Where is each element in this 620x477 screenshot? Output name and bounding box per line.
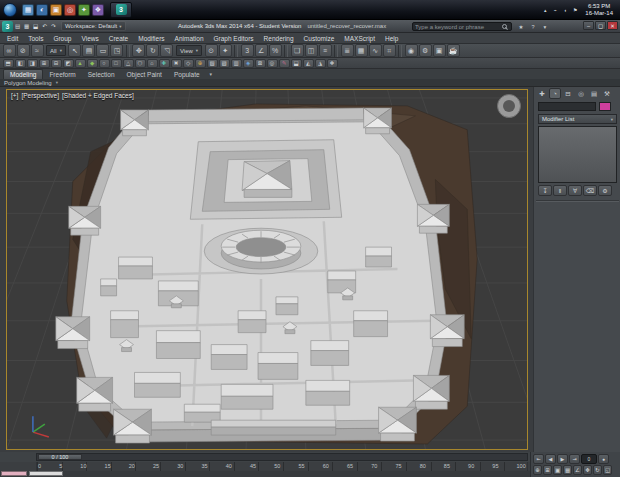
menu-animation[interactable]: Animation [170, 35, 209, 42]
make-unique-button[interactable]: ∀ [568, 185, 582, 196]
align-icon[interactable]: ≡ [319, 44, 332, 57]
modeling-tool-icon[interactable]: ⊕ [195, 59, 206, 68]
modifier-list-dropdown[interactable]: Modifier List ▾ [538, 114, 617, 124]
modeling-tool-icon[interactable]: ⊟ [51, 59, 62, 68]
viewcube-center[interactable] [503, 100, 515, 112]
percent-snap-icon[interactable]: % [269, 44, 282, 57]
chevron-down-icon[interactable]: ▾ [541, 22, 550, 31]
create-tab-icon[interactable]: ✚ [536, 88, 548, 99]
mirror-icon[interactable]: ◫ [305, 44, 318, 57]
castle-keep[interactable] [190, 140, 341, 220]
snaps-toggle-icon[interactable]: 3 [241, 44, 254, 57]
search-input[interactable] [415, 24, 500, 30]
timeline-ruler[interactable]: 0510152025303540455055606570758085909510… [36, 462, 528, 471]
remove-modifier-button[interactable]: ⌫ [583, 185, 597, 196]
workspace-dropdown[interactable]: Workspace: Default ▾ [61, 21, 126, 31]
colosseum[interactable] [204, 228, 318, 274]
modeling-tool-icon[interactable]: ✎ [279, 59, 290, 68]
undo-icon[interactable]: ↶ [40, 22, 49, 31]
time-slider-track[interactable]: 0 / 100 [36, 453, 528, 461]
tab-object-paint[interactable]: Object Paint [121, 70, 168, 79]
maximize-viewport-toggle-icon[interactable]: ◱ [603, 465, 612, 475]
show-end-result-button[interactable]: ‖ [553, 185, 567, 196]
3ds-max-taskbar-button[interactable]: 3 [110, 2, 132, 18]
pan-icon[interactable]: ✥ [583, 465, 592, 475]
zoom-all-icon[interactable]: ⊞ [543, 465, 552, 475]
polygon-modeling-panel[interactable]: Polygon Modeling [4, 80, 52, 86]
select-by-name-icon[interactable]: ▤ [82, 44, 95, 57]
menu-customize[interactable]: Customize [299, 35, 340, 42]
modifier-stack[interactable] [538, 126, 617, 183]
modeling-tool-icon[interactable]: ◭ [303, 59, 314, 68]
ribbon-minimize-button[interactable]: ▾ [210, 71, 213, 77]
taskbar-clock[interactable]: 6:53 PM 16-Mar-14 [585, 3, 613, 17]
menu-tools[interactable]: Tools [23, 35, 48, 42]
modeling-tool-icon[interactable]: ◆ [87, 59, 98, 68]
tray-action-center-icon[interactable]: ⚑ [571, 5, 580, 14]
zoom-extents-icon[interactable]: ▣ [553, 465, 562, 475]
maximize-button[interactable]: ▢ [595, 21, 606, 30]
close-button[interactable]: ✕ [607, 21, 618, 30]
quick-launch-icon-folder[interactable]: ▣ [50, 4, 62, 16]
infocenter-search[interactable] [412, 22, 512, 31]
modeling-tool-icon[interactable]: ✖ [171, 59, 182, 68]
viewport-menu-pov[interactable]: [Perspective] [21, 92, 59, 99]
unlink-selection-icon[interactable]: ⊘ [17, 44, 30, 57]
modeling-tool-icon[interactable]: ◈ [243, 59, 254, 68]
menu-help[interactable]: Help [380, 35, 403, 42]
minimize-button[interactable]: – [583, 21, 594, 30]
window-crossing-icon[interactable]: ◳ [110, 44, 123, 57]
modeling-tool-icon[interactable]: ▲ [75, 59, 86, 68]
modeling-tool-icon[interactable]: △ [123, 59, 134, 68]
modeling-tool-icon[interactable]: ⌂ [147, 59, 158, 68]
key-mode-toggle-button[interactable]: ● [598, 454, 609, 464]
modeling-tool-icon[interactable]: ▥ [231, 59, 242, 68]
modeling-tool-icon[interactable]: ⊠ [255, 59, 266, 68]
save-file-icon[interactable]: ⬓ [31, 22, 40, 31]
edit-named-selection-sets-icon[interactable]: ❏ [291, 44, 304, 57]
modeling-tool-icon[interactable]: ▧ [207, 59, 218, 68]
go-to-start-button[interactable]: ⇤ [533, 454, 544, 464]
tray-up-arrow-icon[interactable]: ▴ [541, 5, 550, 14]
quick-launch-icon-grid[interactable]: ▦ [22, 4, 34, 16]
zoom-icon[interactable]: ⊕ [533, 465, 542, 475]
modeling-tool-icon[interactable]: ◎ [267, 59, 278, 68]
display-tab-icon[interactable]: ▤ [588, 88, 600, 99]
material-editor-icon[interactable]: ◉ [405, 44, 418, 57]
modeling-tool-icon[interactable]: ◇ [183, 59, 194, 68]
angle-snap-icon[interactable]: ∠ [255, 44, 268, 57]
modeling-tool-icon[interactable]: ✚ [159, 59, 170, 68]
modeling-tool-icon[interactable]: □ [111, 59, 122, 68]
modify-tab-icon[interactable]: ◔ [549, 88, 561, 99]
modeling-tool-icon[interactable]: ⬡ [135, 59, 146, 68]
motion-tab-icon[interactable]: ◎ [575, 88, 587, 99]
modeling-tool-icon[interactable]: ❖ [327, 59, 338, 68]
time-slider-button[interactable]: 0 / 100 [38, 454, 82, 460]
search-icon[interactable] [502, 24, 507, 29]
quick-launch-icon-browser[interactable]: ◎ [64, 4, 76, 16]
bind-to-space-warp-icon[interactable]: ≈ [31, 44, 44, 57]
select-and-rotate-icon[interactable]: ↻ [146, 44, 159, 57]
rectangular-selection-region-icon[interactable]: ▭ [96, 44, 109, 57]
play-animation-button[interactable]: ▶ [557, 454, 568, 464]
perspective-viewport[interactable]: [+] [Perspective] [Shaded + Edged Faces] [6, 89, 528, 450]
start-button[interactable] [3, 3, 17, 17]
select-and-scale-icon[interactable]: ◹ [160, 44, 173, 57]
select-object-icon[interactable]: ↖ [68, 44, 81, 57]
viewport-canvas[interactable] [7, 90, 527, 449]
maxscript-mini-listener[interactable] [29, 471, 63, 476]
layer-manager-icon[interactable]: ≣ [341, 44, 354, 57]
select-and-move-icon[interactable]: ✥ [132, 44, 145, 57]
orbit-icon[interactable]: ↻ [593, 465, 602, 475]
menu-maxscript[interactable]: MAXScript [339, 35, 380, 42]
current-frame-field[interactable]: 0 [581, 454, 597, 464]
new-scene-icon[interactable]: ▤ [13, 22, 22, 31]
modeling-tool-icon[interactable]: ⊞ [39, 59, 50, 68]
utilities-tab-icon[interactable]: ⚒ [601, 88, 613, 99]
configure-modifier-sets-button[interactable]: ⚙ [598, 185, 612, 196]
modeling-tool-icon[interactable]: ◩ [63, 59, 74, 68]
zoom-extents-all-icon[interactable]: ▦ [563, 465, 572, 475]
select-and-link-icon[interactable]: ∞ [3, 44, 16, 57]
viewport-menu-shading[interactable]: [Shaded + Edged Faces] [62, 92, 134, 99]
sign-in-icon[interactable]: ★ [517, 22, 526, 31]
